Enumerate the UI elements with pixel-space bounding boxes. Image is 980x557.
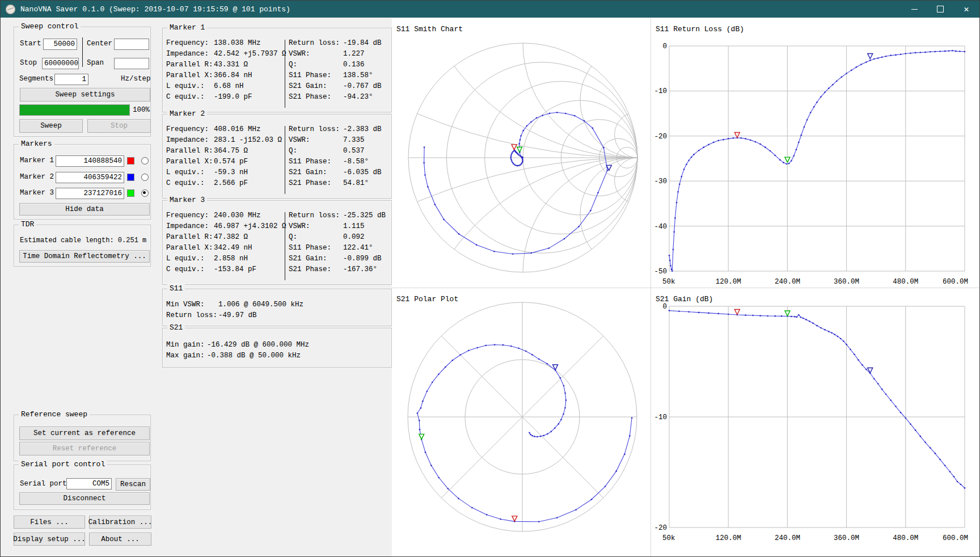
chart-marker-triangle [419, 434, 424, 439]
rescan-button[interactable]: Rescan [116, 478, 150, 491]
axis-tick-label: 480.0M [893, 534, 918, 542]
start-label: Start [20, 40, 41, 48]
sweep-progress-bar [19, 104, 130, 116]
data-point [529, 432, 530, 434]
min-vswr-value: 1.006 @ 6049.500 kHz [218, 301, 303, 309]
data-point [800, 134, 802, 136]
marker-data-value: -94.23° [343, 93, 373, 101]
data-point [728, 314, 729, 315]
min-vswr-label: Min VSWR: [166, 301, 218, 309]
chart-marker-triangle [512, 145, 517, 150]
data-point [669, 310, 670, 311]
hide-data-button[interactable]: Hide data [19, 203, 150, 216]
marker-data-row: S21 Gain:-0.899 dB [289, 253, 386, 264]
data-point [890, 54, 892, 56]
data-point [900, 412, 902, 413]
marker-data-label: Q: [289, 147, 343, 155]
data-point [510, 154, 512, 155]
data-point [518, 143, 520, 145]
marker-data-label: S21 Phase: [289, 265, 343, 273]
marker-data-row: Impedance:283.1 -j152.03 Ω [166, 134, 282, 145]
data-point [559, 377, 561, 379]
data-point [607, 170, 609, 171]
data-point [820, 327, 822, 329]
data-point [960, 484, 962, 486]
data-point [796, 317, 798, 318]
files-button[interactable]: Files ... [14, 516, 85, 529]
data-point [774, 315, 776, 317]
data-point [788, 163, 790, 164]
data-point [905, 53, 907, 54]
marker-data-row: Q:0.136 [289, 59, 382, 70]
data-point [526, 125, 528, 127]
minimize-button[interactable] [901, 1, 927, 18]
sweep-button[interactable]: Sweep [19, 119, 83, 133]
time-domain-reflectometry-button[interactable]: Time Domain Reflectometry ... [19, 250, 150, 263]
serial-port-input[interactable]: COM5 [66, 478, 112, 490]
gain-canvas[interactable]: 0-10-2050k120.0M240.0M360.0M480.0M600.0M [651, 288, 980, 557]
marker3-radio[interactable] [141, 189, 149, 197]
data-point [944, 50, 946, 52]
title-bar[interactable]: NanoVNA Saver 0.1.0 (Sweep: 2019-10-07 1… [1, 1, 979, 18]
sweep-progress-fill [20, 105, 129, 115]
set-current-as-reference-button[interactable]: Set current as reference [19, 427, 150, 440]
marker2-radio[interactable] [141, 174, 149, 181]
s11-return-loss-chart[interactable]: S11 Return Loss (dB) 0-10-20-30-40-5050k… [651, 18, 980, 288]
reset-reference-button[interactable]: Reset reference [19, 442, 150, 455]
marker-data-label: L equiv.: [166, 82, 214, 90]
marker1-radio[interactable] [141, 157, 149, 164]
marker1-panel-divider [285, 40, 285, 108]
data-point [558, 423, 560, 425]
segments-input[interactable]: 1 [54, 74, 88, 85]
span-input[interactable] [114, 58, 149, 69]
sweep-settings-button[interactable]: Sweep settings [20, 88, 150, 102]
maximize-button[interactable] [927, 1, 953, 18]
marker2-color-swatch[interactable] [127, 174, 134, 181]
marker2-frequency-input[interactable]: 406359422 [56, 172, 124, 183]
data-point [519, 155, 521, 157]
data-point [828, 87, 830, 89]
data-point [764, 146, 766, 148]
data-point [861, 364, 863, 366]
s11-smith-chart[interactable]: S11 Smith Chart [392, 18, 651, 288]
stop-label: Stop [20, 59, 37, 67]
display-setup-button[interactable]: Display setup ... [14, 533, 85, 546]
data-trace [424, 112, 607, 254]
segments-label: Segments [19, 75, 53, 83]
data-point [856, 66, 858, 68]
data-point [631, 417, 633, 419]
marker-data-label: Q: [289, 61, 343, 69]
data-point [745, 314, 746, 316]
marker-data-value: -2.383 dB [343, 125, 382, 133]
polar-plot-canvas[interactable] [392, 288, 650, 557]
close-button[interactable]: ✕ [953, 1, 979, 18]
center-input[interactable] [114, 39, 149, 50]
marker3-color-swatch[interactable] [127, 189, 134, 197]
marker3-frequency-input[interactable]: 237127016 [56, 188, 124, 199]
start-input[interactable]: 50000 [43, 39, 77, 50]
data-point [895, 406, 897, 407]
data-point [542, 115, 543, 116]
disconnect-button[interactable]: Disconnect [19, 492, 150, 505]
rl-canvas[interactable]: 0-10-20-30-40-5050k120.0M240.0M360.0M480… [651, 18, 980, 288]
marker-data-value: 46.987 +j4.3102 Ω [214, 222, 286, 230]
calibration-button[interactable]: Calibration ... [89, 516, 151, 529]
marker-data-label: Impedance: [166, 50, 214, 58]
data-point [590, 210, 592, 212]
stop-input[interactable]: 600000000 [42, 58, 79, 69]
data-point [494, 344, 496, 345]
marker-data-value: 47.382 Ω [214, 233, 248, 241]
s21-gain-chart[interactable]: S21 Gain (dB) 0-10-2050k120.0M240.0M360.… [651, 288, 980, 557]
data-point [425, 451, 426, 453]
s21-polar-plot-chart[interactable]: S21 Polar Plot [392, 288, 651, 557]
smith-chart-canvas[interactable] [392, 18, 650, 288]
data-point [669, 260, 671, 261]
data-point [438, 374, 440, 375]
data-point [514, 164, 516, 166]
marker1-color-swatch[interactable] [127, 157, 134, 164]
marker-data-label: Parallel R: [166, 61, 214, 69]
marker1-frequency-input[interactable]: 140888540 [56, 155, 124, 167]
about-button[interactable]: About ... [89, 533, 151, 546]
data-point [939, 50, 941, 52]
stop-button[interactable]: Stop [87, 119, 151, 133]
